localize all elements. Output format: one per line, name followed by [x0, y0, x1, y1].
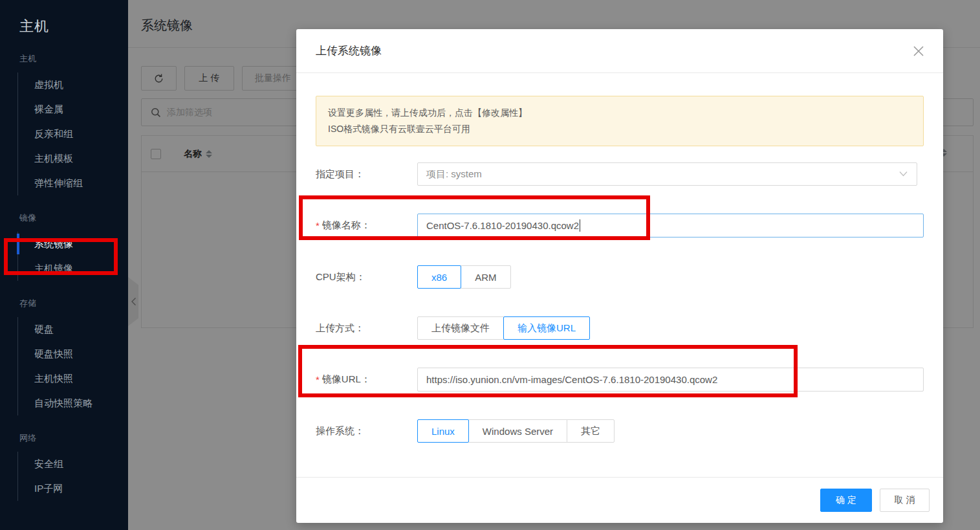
- sidebar-item-host-image[interactable]: 主机镜像: [18, 256, 128, 281]
- upload-image-dialog: 上传系统镜像 设置更多属性，请上传成功后，点击【修改属性】 ISO格式镜像只有云…: [296, 29, 943, 523]
- close-icon[interactable]: [912, 45, 925, 58]
- project-select[interactable]: 项目: system: [417, 162, 917, 186]
- sidebar-title: 主机: [19, 17, 128, 36]
- image-name-input[interactable]: CentOS-7.6.1810-20190430.qcow2: [417, 214, 924, 237]
- cancel-button[interactable]: 取 消: [880, 489, 930, 512]
- image-url-label: * 镜像URL：: [316, 368, 417, 392]
- cpu-arch-options: x86 ARM: [417, 265, 511, 289]
- dialog-body: 设置更多属性，请上传成功后，点击【修改属性】 ISO格式镜像只有云联壹云平台可用…: [296, 96, 943, 443]
- required-mark: *: [316, 220, 320, 231]
- cpu-arch-label: CPU架构：: [316, 265, 417, 289]
- sidebar-item-system-image[interactable]: 系统镜像: [18, 232, 128, 256]
- sidebar-item-disk-snapshot[interactable]: 硬盘快照: [18, 342, 128, 366]
- sidebar-item-host-snapshot[interactable]: 主机快照: [18, 366, 128, 391]
- form-row-os: 操作系统： Linux Windows Server 其它: [316, 419, 924, 443]
- sidebar-group-label: 网络: [19, 432, 128, 444]
- cpu-arch-option-arm[interactable]: ARM: [461, 265, 510, 289]
- text-cursor: [580, 219, 580, 232]
- sidebar-item-vm[interactable]: 虚拟机: [18, 72, 128, 97]
- form-row-cpu-arch: CPU架构： x86 ARM: [316, 265, 924, 289]
- upload-method-label: 上传方式：: [316, 316, 417, 340]
- sidebar-group-label: 主机: [19, 53, 128, 65]
- upload-method-options: 上传镜像文件 输入镜像URL: [417, 316, 590, 340]
- sidebar-group-image: 镜像 系统镜像 主机镜像: [0, 212, 128, 281]
- os-options: Linux Windows Server 其它: [417, 419, 615, 443]
- sidebar-item-baremetal[interactable]: 裸金属: [18, 97, 128, 122]
- notice-banner: 设置更多属性，请上传成功后，点击【修改属性】 ISO格式镜像只有云联壹云平台可用: [316, 96, 924, 146]
- sidebar-item-scaling-group[interactable]: 弹性伸缩组: [18, 171, 128, 195]
- upload-method-option-url[interactable]: 输入镜像URL: [503, 316, 590, 340]
- dialog-header: 上传系统镜像: [296, 29, 943, 73]
- sidebar-group-label: 存储: [19, 298, 128, 309]
- notice-line: 设置更多属性，请上传成功后，点击【修改属性】: [328, 105, 911, 121]
- sidebar: 主机 主机 虚拟机 裸金属 反亲和组 主机模板 弹性伸缩组 镜像 系统镜像 主机…: [0, 0, 128, 530]
- sidebar-item-host-template[interactable]: 主机模板: [18, 146, 128, 171]
- confirm-button[interactable]: 确 定: [820, 489, 872, 512]
- sidebar-group-label: 镜像: [19, 212, 128, 224]
- upload-method-option-file[interactable]: 上传镜像文件: [417, 316, 504, 340]
- sidebar-item-ip-subnet[interactable]: IP子网: [18, 476, 128, 501]
- form-row-upload-method: 上传方式： 上传镜像文件 输入镜像URL: [316, 316, 924, 340]
- sidebar-group-network: 网络 安全组 IP子网: [0, 432, 128, 501]
- sidebar-group-storage: 存储 硬盘 硬盘快照 主机快照 自动快照策略: [0, 298, 128, 415]
- notice-line: ISO格式镜像只有云联壹云平台可用: [328, 121, 911, 137]
- project-label: 指定项目：: [316, 162, 417, 186]
- cpu-arch-option-x86[interactable]: x86: [417, 265, 461, 289]
- sidebar-item-auto-snapshot-policy[interactable]: 自动快照策略: [18, 391, 128, 415]
- project-select-value: 项目: system: [426, 168, 482, 181]
- image-name-label: * 镜像名称：: [316, 214, 417, 237]
- dialog-footer: 确 定 取 消: [296, 477, 943, 523]
- sidebar-group-host: 主机 虚拟机 裸金属 反亲和组 主机模板 弹性伸缩组: [0, 53, 128, 195]
- image-url-input[interactable]: https://iso.yunion.cn/vm-images/CentOS-7…: [417, 368, 924, 392]
- os-option-linux[interactable]: Linux: [417, 419, 469, 443]
- sidebar-item-security-group[interactable]: 安全组: [18, 452, 128, 476]
- sidebar-item-disk[interactable]: 硬盘: [18, 317, 128, 342]
- os-option-other[interactable]: 其它: [567, 419, 615, 443]
- form-row-project: 指定项目： 项目: system: [316, 162, 924, 186]
- form-row-image-url: * 镜像URL： https://iso.yunion.cn/vm-images…: [316, 368, 924, 392]
- chevron-down-icon: [899, 171, 908, 177]
- form-row-image-name: * 镜像名称： CentOS-7.6.1810-20190430.qcow2: [316, 214, 924, 237]
- required-mark: *: [316, 374, 320, 385]
- sidebar-item-anti-affinity[interactable]: 反亲和组: [18, 122, 128, 146]
- dialog-title: 上传系统镜像: [316, 43, 382, 58]
- os-option-windows-server[interactable]: Windows Server: [468, 419, 567, 443]
- os-label: 操作系统：: [316, 419, 417, 443]
